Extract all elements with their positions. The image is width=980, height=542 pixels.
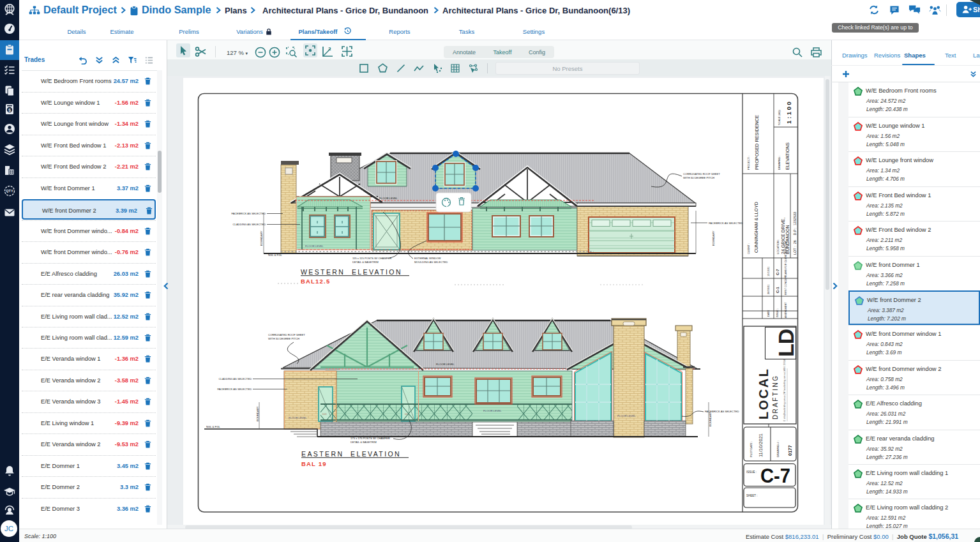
svg-text:24/09/21: 24/09/21 (767, 284, 770, 294)
svg-text:PROJECT :: PROJECT : (747, 156, 750, 170)
svg-text:PLOT DATE :: PLOT DATE : (750, 441, 753, 457)
svg-text:BOUNDARY: BOUNDARY (256, 406, 259, 421)
svg-text:LOCATION :: LOCATION : (776, 239, 780, 254)
svg-text:DATE: DATE (767, 310, 770, 317)
svg-text:FACEBRICK AS SELECTED: FACEBRICK AS SELECTED (709, 222, 743, 225)
svg-text:11/10/2021: 11/10/2021 (758, 433, 764, 457)
svg-text:CORRUGATED ROOF SHEET: CORRUGATED ROOF SHEET (268, 333, 305, 336)
svg-text:MOULDING AS SELECTED: MOULDING AS SELECTED (414, 260, 448, 264)
svg-text:FIRST CONCEPT: FIRST CONCEPT (785, 275, 787, 295)
svg-text:WITH 30 DEGREE PITCH: WITH 30 DEGREE PITCH (683, 176, 714, 179)
svg-text:0177: 0177 (787, 445, 793, 456)
svg-text:PROPOSED RESIDENCE: PROPOSED RESIDENCE (754, 115, 760, 170)
svg-text:BAL 19: BAL 19 (301, 460, 327, 467)
svg-text:EASTERN ELEVATION: EASTERN ELEVATION (301, 450, 401, 458)
svg-text:FLOOR LEVEL: FLOOR LEVEL (289, 416, 307, 419)
svg-text:CLIENT :: CLIENT : (747, 243, 750, 254)
svg-text:CLADDING AS SELECTED: CLADDING AS SELECTED (233, 223, 266, 226)
svg-text:E: info@localdrafting.com.au |: E: info@localdrafting.com.au | W: locald… (783, 351, 786, 421)
svg-text:LD: LD (774, 329, 798, 357)
svg-text:DETAIL & BASETRIM: DETAIL & BASETRIM (352, 260, 379, 264)
svg-text:CUNNINGHAM & LLOYD: CUNNINGHAM & LLOYD (754, 202, 758, 253)
svg-text:WESTERN ELEVATION: WESTERN ELEVATION (301, 268, 402, 276)
svg-text:FLOOR LEVEL: FLOOR LEVEL (617, 414, 636, 418)
svg-text:AMENDMENT: AMENDMENT (785, 302, 787, 318)
svg-text:175 x 175 POSTS W/ CHAMFER: 175 x 175 POSTS W/ CHAMFER (351, 437, 390, 440)
svg-text:LOCAL: LOCAL (757, 368, 771, 419)
svg-text:CLADDING AS SELECTED: CLADDING AS SELECTED (219, 377, 252, 380)
svg-text:DETAIL & BASETRIM: DETAIL & BASETRIM (351, 440, 377, 444)
svg-text:DRAWING :: DRAWING : (778, 156, 781, 170)
svg-text:EXTERNAL WINDOW: EXTERNAL WINDOW (414, 257, 441, 260)
svg-text:1 : 1 0 0: 1 : 1 0 0 (785, 102, 792, 124)
svg-text:FLOOR LEVEL: FLOOR LEVEL (483, 409, 502, 412)
svg-text:C-7: C-7 (776, 269, 780, 275)
svg-text:ELEVATIONS: ELEVATIONS (785, 142, 790, 170)
svg-text:NGL & FGL: NGL & FGL (268, 253, 282, 257)
svg-text:DRAWING # :: DRAWING # : (776, 440, 780, 457)
svg-text:FACEBRICK AS SELECTED: FACEBRICK AS SELECTED (217, 388, 252, 391)
svg-text:CORRUGATED ROOF SHEET: CORRUGATED ROOF SHEET (683, 172, 720, 176)
svg-text:SCALE (A3) :: SCALE (A3) : (778, 109, 781, 125)
svg-text:QTY: QTY (6, 189, 13, 193)
svg-text:C-1: C-1 (776, 287, 780, 293)
svg-text:FLOOR LEVEL: FLOOR LEVEL (379, 197, 398, 200)
svg-text:FLOOR LEVEL: FLOOR LEVEL (436, 363, 455, 366)
svg-text:DRAFTING: DRAFTING (772, 375, 779, 419)
svg-text:115 x 115 POSTS W/ CHAMFER: 115 x 115 POSTS W/ CHAMFER (352, 257, 391, 260)
svg-text:WITH 30 DEGREE PITCH: WITH 30 DEGREE PITCH (268, 337, 299, 340)
svg-text:BOUNDARY: BOUNDARY (709, 411, 712, 426)
svg-text:ISSUE :: ISSUE : (746, 470, 757, 474)
svg-text:BOUNDARY: BOUNDARY (712, 230, 715, 246)
svg-text:ISSUE :: ISSUE : (776, 308, 779, 317)
svg-text:10/10/21: 10/10/21 (767, 266, 770, 276)
svg-text:FACEBRICK AS SELECTED: FACEBRICK AS SELECTED (231, 212, 266, 215)
svg-text:PLANS FOR CLIENT APPROVAL: PLANS FOR CLIENT APPROVAL (785, 241, 787, 277)
svg-text:FLOOR LEVEL: FLOOR LEVEL (305, 245, 324, 248)
svg-text:LOT : 26 D.P : 1232533: LOT : 26 D.P : 1232533 (793, 212, 797, 255)
svg-text:BAL12.5: BAL12.5 (301, 278, 330, 285)
svg-text:NGL & FGL: NGL & FGL (206, 425, 220, 428)
svg-text:C-7: C-7 (760, 464, 790, 487)
svg-text:2: 2 (328, 46, 331, 52)
svg-text:BOUNDARY: BOUNDARY (260, 230, 263, 246)
svg-text:SHEET :: SHEET : (746, 494, 757, 497)
